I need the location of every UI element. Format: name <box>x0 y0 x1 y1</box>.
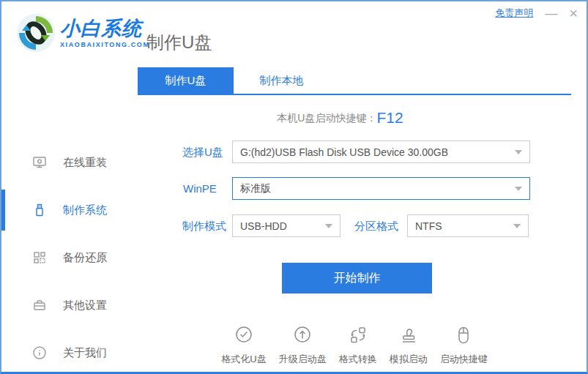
sidebar-item-label: 其他设置 <box>63 299 107 313</box>
sidebar-item-label: 制作系统 <box>63 203 107 217</box>
boot-hotkey-line: 本机U盘启动快捷键：F12 <box>138 109 543 127</box>
main-content: 制作U盘 制作本地 本机U盘启动快捷键：F12 选择U盘 G:(hd2)USB … <box>138 67 587 372</box>
sidebar-item-other-settings[interactable]: 其他设置 <box>1 284 138 326</box>
brand-name: 小白系统 <box>60 19 150 39</box>
sidebar: 在线重装 制作系统 备份还原 其他设置 关于我们 <box>1 67 138 372</box>
brand-block: 小白系统 XIAOBAIXITONG.COM <box>60 19 150 48</box>
chevron-down-icon <box>515 150 522 154</box>
chevron-down-icon <box>325 224 332 228</box>
tab-make-local[interactable]: 制作本地 <box>234 67 330 94</box>
start-make-button[interactable]: 开始制作 <box>282 263 432 293</box>
sidebar-item-online-reinstall[interactable]: 在线重装 <box>1 141 138 184</box>
backup-grid-icon <box>32 250 47 265</box>
stamp-icon <box>398 325 419 348</box>
tool-label: 格式转换 <box>339 353 377 366</box>
close-icon[interactable]: × <box>569 7 578 20</box>
tab-bar: 制作U盘 制作本地 <box>138 67 571 95</box>
sidebar-item-label: 关于我们 <box>63 346 107 360</box>
usb-drive-select-value: G:(hd2)USB Flash Disk USB Device 30.00GB <box>240 146 509 158</box>
mouse-icon <box>453 325 474 348</box>
check-circle-icon <box>234 325 254 348</box>
chevron-down-icon <box>515 187 522 191</box>
monitor-icon <box>32 155 47 170</box>
chevron-down-icon <box>513 224 521 228</box>
tool-format-convert[interactable]: 格式转换 <box>339 325 377 366</box>
usb-drive-select[interactable]: G:(hd2)USB Flash Disk USB Device 30.00GB <box>232 141 530 163</box>
disclaimer-link[interactable]: 免责声明 <box>495 7 533 20</box>
usb-drive-icon <box>32 203 47 217</box>
make-mode-label: 制作模式 <box>182 214 226 237</box>
tool-boot-hotkey[interactable]: 启动快捷键 <box>440 325 488 366</box>
tool-label: 格式化U盘 <box>221 353 266 366</box>
app-logo-icon <box>16 13 56 53</box>
boot-hotkey-label: 本机U盘启动快捷键： <box>277 112 376 124</box>
sidebar-item-make-system[interactable]: 制作系统 <box>1 189 138 231</box>
partition-format-select-value: NTFS <box>415 220 507 232</box>
sidebar-item-label: 在线重装 <box>63 156 107 170</box>
winpe-select-value: 标准版 <box>240 182 509 195</box>
sidebar-item-about-us[interactable]: 关于我们 <box>1 332 138 374</box>
tool-label: 启动快捷键 <box>440 353 488 366</box>
partition-format-label: 分区格式 <box>354 214 398 237</box>
sidebar-item-label: 备份还原 <box>63 251 107 265</box>
make-mode-select[interactable]: USB-HDD <box>232 214 340 237</box>
upgrade-arrow-circle-icon <box>292 325 313 348</box>
winpe-label: WinPE <box>183 177 217 200</box>
briefcase-icon <box>32 298 47 313</box>
tool-format-usb[interactable]: 格式化U盘 <box>221 325 266 366</box>
usb-select-label: 选择U盘 <box>182 141 223 163</box>
tool-label: 模拟启动 <box>390 353 428 366</box>
format-convert-icon <box>348 325 368 348</box>
tool-label: 升级启动盘 <box>279 353 327 366</box>
minimize-icon[interactable]: — <box>545 7 557 20</box>
brand-domain: XIAOBAIXITONG.COM <box>60 42 150 48</box>
page-title: 制作U盘 <box>146 31 212 54</box>
partition-format-select[interactable]: NTFS <box>407 214 529 237</box>
bottom-toolbar: 格式化U盘 升级启动盘 格式转换 模拟启动 <box>138 325 571 366</box>
app-window: 免责声明 — × 小白系统 XIAOBAIXITONG.COM 制作U盘 在线重… <box>0 0 588 374</box>
winpe-select[interactable]: 标准版 <box>232 177 530 200</box>
make-mode-select-value: USB-HDD <box>240 220 319 232</box>
tab-make-usb[interactable]: 制作U盘 <box>138 67 234 94</box>
tool-upgrade-boot-disk[interactable]: 升级启动盘 <box>279 325 327 366</box>
titlebar-controls: 免责声明 — × <box>495 7 578 20</box>
tool-simulate-boot[interactable]: 模拟启动 <box>390 325 428 366</box>
info-circle-icon <box>32 345 47 360</box>
sidebar-item-backup-restore[interactable]: 备份还原 <box>1 236 138 279</box>
boot-hotkey-value: F12 <box>376 109 403 126</box>
